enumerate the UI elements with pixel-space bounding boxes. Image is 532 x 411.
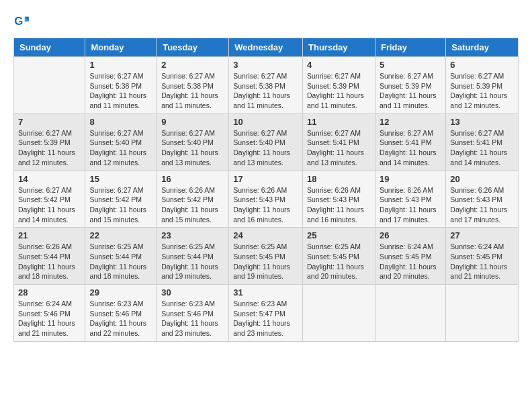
calendar-cell: 11Sunrise: 6:27 AM Sunset: 5:41 PM Dayli… (303, 113, 375, 171)
cell-content: Sunrise: 6:27 AM Sunset: 5:42 PM Dayligh… (18, 185, 81, 225)
cell-content: Sunrise: 6:23 AM Sunset: 5:46 PM Dayligh… (89, 299, 152, 338)
logo: G (13, 13, 32, 30)
day-number: 18 (307, 174, 371, 184)
day-number: 11 (307, 117, 371, 127)
cell-content: Sunrise: 6:26 AM Sunset: 5:43 PM Dayligh… (450, 185, 514, 225)
calendar-cell: 17Sunrise: 6:26 AM Sunset: 5:43 PM Dayli… (229, 171, 303, 228)
calendar-cell: 5Sunrise: 6:27 AM Sunset: 5:39 PM Daylig… (375, 57, 445, 114)
cell-content: Sunrise: 6:24 AM Sunset: 5:45 PM Dayligh… (380, 242, 441, 281)
calendar-table: SundayMondayTuesdayWednesdayThursdayFrid… (13, 38, 519, 342)
day-number: 10 (233, 117, 298, 127)
cell-content: Sunrise: 6:27 AM Sunset: 5:40 PM Dayligh… (89, 128, 152, 168)
cell-content: Sunrise: 6:27 AM Sunset: 5:38 PM Dayligh… (161, 71, 224, 111)
cell-content: Sunrise: 6:27 AM Sunset: 5:39 PM Dayligh… (380, 71, 441, 111)
day-number: 8 (89, 117, 152, 127)
calendar-cell: 10Sunrise: 6:27 AM Sunset: 5:40 PM Dayli… (229, 113, 303, 171)
calendar-header-tuesday: Tuesday (157, 38, 229, 57)
calendar-cell (375, 285, 445, 342)
calendar-cell: 6Sunrise: 6:27 AM Sunset: 5:39 PM Daylig… (446, 57, 519, 114)
calendar-cell: 30Sunrise: 6:23 AM Sunset: 5:46 PM Dayli… (157, 285, 229, 342)
day-number: 12 (380, 117, 441, 127)
calendar-cell: 9Sunrise: 6:27 AM Sunset: 5:40 PM Daylig… (157, 113, 229, 171)
calendar-cell: 2Sunrise: 6:27 AM Sunset: 5:38 PM Daylig… (157, 57, 229, 114)
calendar-cell: 31Sunrise: 6:23 AM Sunset: 5:47 PM Dayli… (229, 285, 303, 342)
calendar-header-saturday: Saturday (446, 38, 519, 57)
cell-content: Sunrise: 6:23 AM Sunset: 5:47 PM Dayligh… (233, 299, 298, 338)
day-number: 2 (161, 60, 224, 70)
cell-content: Sunrise: 6:26 AM Sunset: 5:43 PM Dayligh… (380, 185, 441, 225)
cell-content: Sunrise: 6:24 AM Sunset: 5:45 PM Dayligh… (450, 242, 514, 281)
cell-content: Sunrise: 6:26 AM Sunset: 5:42 PM Dayligh… (161, 185, 224, 225)
day-number: 20 (450, 174, 514, 184)
calendar-cell: 21Sunrise: 6:26 AM Sunset: 5:44 PM Dayli… (14, 228, 85, 285)
cell-content: Sunrise: 6:27 AM Sunset: 5:38 PM Dayligh… (89, 71, 152, 111)
calendar-header-sunday: Sunday (14, 38, 85, 57)
calendar-cell: 15Sunrise: 6:27 AM Sunset: 5:42 PM Dayli… (85, 171, 157, 228)
cell-content: Sunrise: 6:27 AM Sunset: 5:42 PM Dayligh… (89, 185, 152, 225)
day-number: 24 (233, 230, 298, 240)
day-number: 17 (233, 174, 298, 184)
calendar-cell: 4Sunrise: 6:27 AM Sunset: 5:39 PM Daylig… (303, 57, 375, 114)
cell-content: Sunrise: 6:27 AM Sunset: 5:39 PM Dayligh… (307, 71, 371, 111)
day-number: 22 (89, 230, 152, 240)
calendar-cell: 3Sunrise: 6:27 AM Sunset: 5:38 PM Daylig… (229, 57, 303, 114)
day-number: 13 (450, 117, 514, 127)
calendar-cell: 23Sunrise: 6:25 AM Sunset: 5:44 PM Dayli… (157, 228, 229, 285)
cell-content: Sunrise: 6:25 AM Sunset: 5:45 PM Dayligh… (233, 242, 298, 281)
day-number: 15 (89, 174, 152, 184)
calendar-cell: 27Sunrise: 6:24 AM Sunset: 5:45 PM Dayli… (446, 228, 519, 285)
day-number: 14 (18, 174, 81, 184)
cell-content: Sunrise: 6:27 AM Sunset: 5:39 PM Dayligh… (450, 71, 514, 111)
cell-content: Sunrise: 6:24 AM Sunset: 5:46 PM Dayligh… (18, 299, 81, 338)
calendar-header-monday: Monday (85, 38, 157, 57)
day-number: 30 (161, 287, 224, 298)
calendar-cell: 18Sunrise: 6:26 AM Sunset: 5:43 PM Dayli… (303, 171, 375, 228)
cell-content: Sunrise: 6:27 AM Sunset: 5:39 PM Dayligh… (18, 128, 81, 168)
cell-content: Sunrise: 6:27 AM Sunset: 5:40 PM Dayligh… (233, 128, 298, 168)
day-number: 5 (380, 60, 441, 70)
calendar-cell: 1Sunrise: 6:27 AM Sunset: 5:38 PM Daylig… (85, 57, 157, 114)
cell-content: Sunrise: 6:25 AM Sunset: 5:44 PM Dayligh… (161, 242, 224, 281)
calendar-cell: 20Sunrise: 6:26 AM Sunset: 5:43 PM Dayli… (446, 171, 519, 228)
day-number: 9 (161, 117, 224, 127)
cell-content: Sunrise: 6:26 AM Sunset: 5:44 PM Dayligh… (18, 242, 81, 281)
calendar-cell: 19Sunrise: 6:26 AM Sunset: 5:43 PM Dayli… (375, 171, 445, 228)
day-number: 21 (18, 230, 81, 240)
day-number: 19 (380, 174, 441, 184)
day-number: 4 (307, 60, 371, 70)
day-number: 7 (18, 117, 81, 127)
day-number: 1 (89, 60, 152, 70)
calendar-cell (303, 285, 375, 342)
cell-content: Sunrise: 6:26 AM Sunset: 5:43 PM Dayligh… (307, 185, 371, 225)
calendar-cell: 8Sunrise: 6:27 AM Sunset: 5:40 PM Daylig… (85, 113, 157, 171)
day-number: 3 (233, 60, 298, 70)
page-header: G (13, 13, 519, 30)
calendar-cell: 14Sunrise: 6:27 AM Sunset: 5:42 PM Dayli… (14, 171, 85, 228)
cell-content: Sunrise: 6:27 AM Sunset: 5:41 PM Dayligh… (380, 128, 441, 168)
cell-content: Sunrise: 6:25 AM Sunset: 5:45 PM Dayligh… (307, 242, 371, 281)
calendar-header-wednesday: Wednesday (229, 38, 303, 57)
calendar-cell: 29Sunrise: 6:23 AM Sunset: 5:46 PM Dayli… (85, 285, 157, 342)
cell-content: Sunrise: 6:23 AM Sunset: 5:46 PM Dayligh… (161, 299, 224, 338)
day-number: 23 (161, 230, 224, 240)
calendar-header-thursday: Thursday (303, 38, 375, 57)
day-number: 25 (307, 230, 371, 240)
calendar-cell: 16Sunrise: 6:26 AM Sunset: 5:42 PM Dayli… (157, 171, 229, 228)
day-number: 27 (450, 230, 514, 240)
cell-content: Sunrise: 6:27 AM Sunset: 5:40 PM Dayligh… (161, 128, 224, 168)
svg-text:G: G (14, 15, 23, 28)
cell-content: Sunrise: 6:27 AM Sunset: 5:41 PM Dayligh… (307, 128, 371, 168)
calendar-cell: 24Sunrise: 6:25 AM Sunset: 5:45 PM Dayli… (229, 228, 303, 285)
day-number: 6 (450, 60, 514, 70)
cell-content: Sunrise: 6:25 AM Sunset: 5:44 PM Dayligh… (89, 242, 152, 281)
calendar-cell: 25Sunrise: 6:25 AM Sunset: 5:45 PM Dayli… (303, 228, 375, 285)
calendar-cell: 7Sunrise: 6:27 AM Sunset: 5:39 PM Daylig… (14, 113, 85, 171)
calendar-cell: 22Sunrise: 6:25 AM Sunset: 5:44 PM Dayli… (85, 228, 157, 285)
day-number: 31 (233, 287, 298, 298)
calendar-cell: 12Sunrise: 6:27 AM Sunset: 5:41 PM Dayli… (375, 113, 445, 171)
cell-content: Sunrise: 6:27 AM Sunset: 5:41 PM Dayligh… (450, 128, 514, 168)
calendar-cell (14, 57, 85, 114)
calendar-cell: 26Sunrise: 6:24 AM Sunset: 5:45 PM Dayli… (375, 228, 445, 285)
day-number: 28 (18, 287, 81, 298)
calendar-cell: 28Sunrise: 6:24 AM Sunset: 5:46 PM Dayli… (14, 285, 85, 342)
